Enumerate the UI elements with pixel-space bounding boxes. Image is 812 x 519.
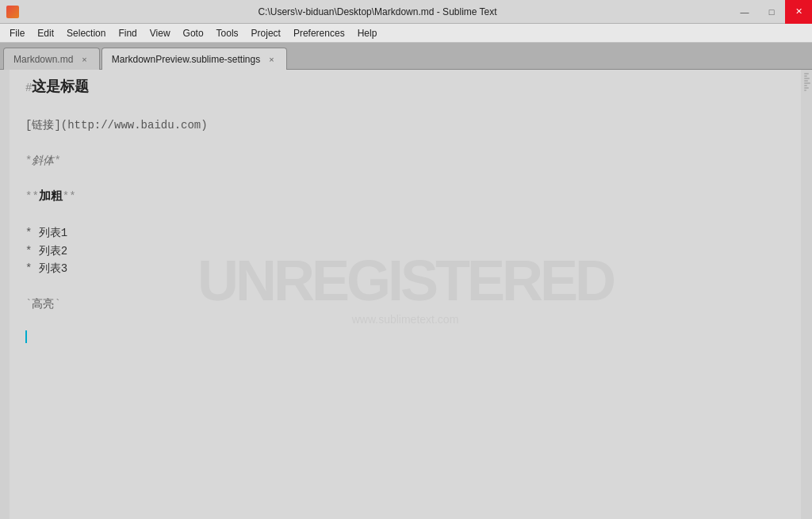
tab-close-0[interactable]: × <box>79 54 89 65</box>
title-bar: C:\Users\v-biduan\Desktop\Markdown.md - … <box>0 0 812 24</box>
menu-item-edit[interactable]: Edit <box>31 26 60 40</box>
close-button[interactable]: ✕ <box>785 0 812 24</box>
window-controls[interactable]: — □ ✕ <box>731 0 812 24</box>
main-area: UNREGISTERED www.sublimetext.com #这是标题 [… <box>0 70 812 519</box>
editor-content: #这是标题 [链接](http://www.baidu.com) *斜体* **… <box>25 76 785 349</box>
menu-item-goto[interactable]: Goto <box>177 26 210 40</box>
editor-line-14 <box>25 330 785 349</box>
menu-item-help[interactable]: Help <box>351 26 384 40</box>
maximize-button[interactable]: □ <box>758 0 785 24</box>
editor-line-6: **加粗** <box>25 188 785 207</box>
editor-line-2: [链接](http://www.baidu.com) <box>25 116 785 134</box>
tab-close-1[interactable]: × <box>266 54 276 65</box>
editor-line-13 <box>25 313 785 330</box>
editor-area[interactable]: UNREGISTERED www.sublimetext.com #这是标题 [… <box>10 70 801 519</box>
menu-item-file[interactable]: File <box>3 26 31 40</box>
editor-line-7 <box>25 207 785 224</box>
editor-line-1 <box>25 99 785 116</box>
minimize-button[interactable]: — <box>731 0 758 24</box>
editor-line-10: * 列表3 <box>25 260 785 277</box>
editor-line-5 <box>25 170 785 187</box>
scrollbar-minimap <box>804 73 810 92</box>
app-icon <box>6 6 19 18</box>
tab-label-0: Markdown.md <box>13 54 73 65</box>
left-gutter <box>0 70 10 519</box>
editor-line-11 <box>25 277 785 295</box>
menu-item-find[interactable]: Find <box>112 26 143 40</box>
editor-line-3 <box>25 135 785 152</box>
text-cursor <box>25 330 27 343</box>
tab-0[interactable]: Markdown.md× <box>3 48 100 70</box>
menu-item-tools[interactable]: Tools <box>210 26 245 40</box>
editor-line-12: `高亮` <box>25 296 785 313</box>
editor-line-4: *斜体* <box>25 152 785 170</box>
tab-1[interactable]: MarkdownPreview.sublime-settings× <box>102 48 287 70</box>
menu-bar: FileEditSelectionFindViewGotoToolsProjec… <box>0 24 812 43</box>
menu-item-preferences[interactable]: Preferences <box>287 26 351 40</box>
right-scrollbar[interactable] <box>801 70 812 519</box>
editor-line-0: #这是标题 <box>25 76 785 99</box>
tab-bar: Markdown.md×MarkdownPreview.sublime-sett… <box>0 43 812 70</box>
editor-line-8: * 列表1 <box>25 224 785 242</box>
menu-item-project[interactable]: Project <box>245 26 287 40</box>
editor-line-9: * 列表2 <box>25 242 785 260</box>
menu-item-view[interactable]: View <box>144 26 177 40</box>
window-title: C:\Users\v-biduan\Desktop\Markdown.md - … <box>24 6 731 17</box>
tab-label-1: MarkdownPreview.sublime-settings <box>112 54 260 65</box>
menu-item-selection[interactable]: Selection <box>60 26 112 40</box>
